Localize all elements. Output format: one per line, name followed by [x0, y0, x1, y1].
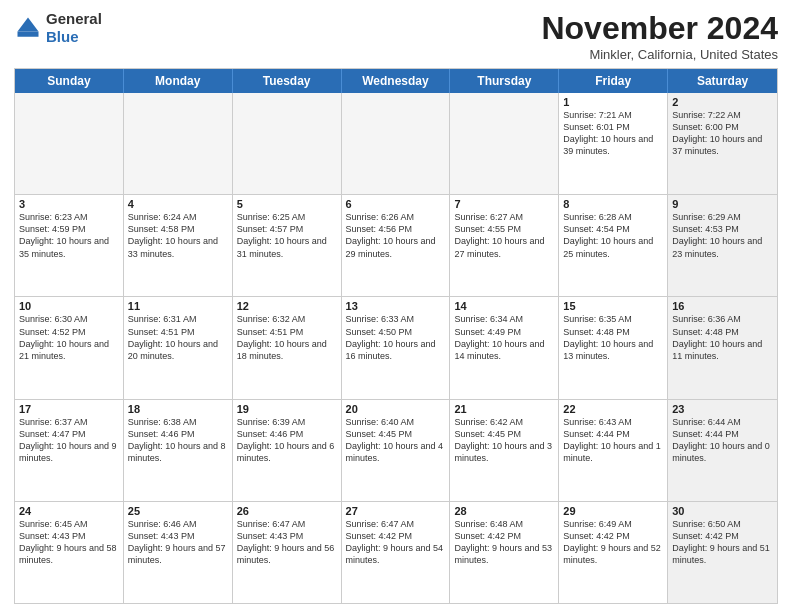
day-number: 20 [346, 403, 446, 415]
calendar-cell: 25Sunrise: 6:46 AM Sunset: 4:43 PM Dayli… [124, 502, 233, 603]
logo-blue: Blue [46, 28, 79, 45]
cell-info: Sunrise: 6:44 AM Sunset: 4:44 PM Dayligh… [672, 416, 773, 465]
month-title: November 2024 [541, 10, 778, 47]
cell-info: Sunrise: 6:36 AM Sunset: 4:48 PM Dayligh… [672, 313, 773, 362]
day-number: 17 [19, 403, 119, 415]
calendar-cell: 5Sunrise: 6:25 AM Sunset: 4:57 PM Daylig… [233, 195, 342, 296]
calendar-body: 1Sunrise: 7:21 AM Sunset: 6:01 PM Daylig… [15, 93, 777, 603]
day-number: 25 [128, 505, 228, 517]
calendar-row: 10Sunrise: 6:30 AM Sunset: 4:52 PM Dayli… [15, 297, 777, 399]
day-number: 15 [563, 300, 663, 312]
cell-info: Sunrise: 6:32 AM Sunset: 4:51 PM Dayligh… [237, 313, 337, 362]
calendar-cell [233, 93, 342, 194]
calendar-cell: 24Sunrise: 6:45 AM Sunset: 4:43 PM Dayli… [15, 502, 124, 603]
cell-info: Sunrise: 6:29 AM Sunset: 4:53 PM Dayligh… [672, 211, 773, 260]
day-number: 22 [563, 403, 663, 415]
day-of-week-header: Monday [124, 69, 233, 93]
day-number: 12 [237, 300, 337, 312]
calendar-cell: 19Sunrise: 6:39 AM Sunset: 4:46 PM Dayli… [233, 400, 342, 501]
calendar-cell: 13Sunrise: 6:33 AM Sunset: 4:50 PM Dayli… [342, 297, 451, 398]
day-number: 8 [563, 198, 663, 210]
day-number: 24 [19, 505, 119, 517]
day-number: 14 [454, 300, 554, 312]
day-number: 7 [454, 198, 554, 210]
header: General Blue November 2024 Minkler, Cali… [14, 10, 778, 62]
day-number: 29 [563, 505, 663, 517]
cell-info: Sunrise: 6:25 AM Sunset: 4:57 PM Dayligh… [237, 211, 337, 260]
day-of-week-header: Tuesday [233, 69, 342, 93]
day-of-week-header: Sunday [15, 69, 124, 93]
day-of-week-header: Friday [559, 69, 668, 93]
day-number: 1 [563, 96, 663, 108]
calendar-cell: 22Sunrise: 6:43 AM Sunset: 4:44 PM Dayli… [559, 400, 668, 501]
calendar-cell: 7Sunrise: 6:27 AM Sunset: 4:55 PM Daylig… [450, 195, 559, 296]
cell-info: Sunrise: 6:40 AM Sunset: 4:45 PM Dayligh… [346, 416, 446, 465]
cell-info: Sunrise: 6:33 AM Sunset: 4:50 PM Dayligh… [346, 313, 446, 362]
calendar-cell [450, 93, 559, 194]
cell-info: Sunrise: 7:21 AM Sunset: 6:01 PM Dayligh… [563, 109, 663, 158]
cell-info: Sunrise: 6:24 AM Sunset: 4:58 PM Dayligh… [128, 211, 228, 260]
logo-icon [14, 14, 42, 42]
cell-info: Sunrise: 6:37 AM Sunset: 4:47 PM Dayligh… [19, 416, 119, 465]
calendar-row: 24Sunrise: 6:45 AM Sunset: 4:43 PM Dayli… [15, 502, 777, 603]
title-block: November 2024 Minkler, California, Unite… [541, 10, 778, 62]
location: Minkler, California, United States [541, 47, 778, 62]
cell-info: Sunrise: 6:23 AM Sunset: 4:59 PM Dayligh… [19, 211, 119, 260]
day-number: 13 [346, 300, 446, 312]
calendar-cell: 9Sunrise: 6:29 AM Sunset: 4:53 PM Daylig… [668, 195, 777, 296]
day-number: 4 [128, 198, 228, 210]
calendar-cell: 21Sunrise: 6:42 AM Sunset: 4:45 PM Dayli… [450, 400, 559, 501]
day-number: 11 [128, 300, 228, 312]
logo-general: General [46, 10, 102, 27]
cell-info: Sunrise: 6:49 AM Sunset: 4:42 PM Dayligh… [563, 518, 663, 567]
cell-info: Sunrise: 7:22 AM Sunset: 6:00 PM Dayligh… [672, 109, 773, 158]
cell-info: Sunrise: 6:42 AM Sunset: 4:45 PM Dayligh… [454, 416, 554, 465]
calendar-cell: 28Sunrise: 6:48 AM Sunset: 4:42 PM Dayli… [450, 502, 559, 603]
calendar-cell: 3Sunrise: 6:23 AM Sunset: 4:59 PM Daylig… [15, 195, 124, 296]
calendar-cell: 26Sunrise: 6:47 AM Sunset: 4:43 PM Dayli… [233, 502, 342, 603]
calendar-cell: 11Sunrise: 6:31 AM Sunset: 4:51 PM Dayli… [124, 297, 233, 398]
cell-info: Sunrise: 6:43 AM Sunset: 4:44 PM Dayligh… [563, 416, 663, 465]
day-number: 6 [346, 198, 446, 210]
page: General Blue November 2024 Minkler, Cali… [0, 0, 792, 612]
calendar-cell: 15Sunrise: 6:35 AM Sunset: 4:48 PM Dayli… [559, 297, 668, 398]
day-number: 9 [672, 198, 773, 210]
day-number: 21 [454, 403, 554, 415]
day-number: 28 [454, 505, 554, 517]
cell-info: Sunrise: 6:50 AM Sunset: 4:42 PM Dayligh… [672, 518, 773, 567]
day-of-week-header: Thursday [450, 69, 559, 93]
calendar-cell: 16Sunrise: 6:36 AM Sunset: 4:48 PM Dayli… [668, 297, 777, 398]
calendar-cell: 2Sunrise: 7:22 AM Sunset: 6:00 PM Daylig… [668, 93, 777, 194]
day-number: 26 [237, 505, 337, 517]
calendar-row: 1Sunrise: 7:21 AM Sunset: 6:01 PM Daylig… [15, 93, 777, 195]
day-of-week-header: Wednesday [342, 69, 451, 93]
day-number: 30 [672, 505, 773, 517]
day-number: 18 [128, 403, 228, 415]
calendar-row: 3Sunrise: 6:23 AM Sunset: 4:59 PM Daylig… [15, 195, 777, 297]
calendar-cell: 6Sunrise: 6:26 AM Sunset: 4:56 PM Daylig… [342, 195, 451, 296]
day-number: 2 [672, 96, 773, 108]
calendar: SundayMondayTuesdayWednesdayThursdayFrid… [14, 68, 778, 604]
cell-info: Sunrise: 6:45 AM Sunset: 4:43 PM Dayligh… [19, 518, 119, 567]
day-of-week-header: Saturday [668, 69, 777, 93]
svg-rect-1 [18, 32, 39, 37]
day-number: 5 [237, 198, 337, 210]
cell-info: Sunrise: 6:26 AM Sunset: 4:56 PM Dayligh… [346, 211, 446, 260]
cell-info: Sunrise: 6:38 AM Sunset: 4:46 PM Dayligh… [128, 416, 228, 465]
calendar-cell: 18Sunrise: 6:38 AM Sunset: 4:46 PM Dayli… [124, 400, 233, 501]
cell-info: Sunrise: 6:27 AM Sunset: 4:55 PM Dayligh… [454, 211, 554, 260]
logo-text: General Blue [46, 10, 102, 46]
calendar-cell: 4Sunrise: 6:24 AM Sunset: 4:58 PM Daylig… [124, 195, 233, 296]
day-number: 16 [672, 300, 773, 312]
calendar-cell: 10Sunrise: 6:30 AM Sunset: 4:52 PM Dayli… [15, 297, 124, 398]
calendar-cell: 27Sunrise: 6:47 AM Sunset: 4:42 PM Dayli… [342, 502, 451, 603]
cell-info: Sunrise: 6:34 AM Sunset: 4:49 PM Dayligh… [454, 313, 554, 362]
calendar-cell: 1Sunrise: 7:21 AM Sunset: 6:01 PM Daylig… [559, 93, 668, 194]
calendar-cell: 23Sunrise: 6:44 AM Sunset: 4:44 PM Dayli… [668, 400, 777, 501]
day-number: 27 [346, 505, 446, 517]
cell-info: Sunrise: 6:39 AM Sunset: 4:46 PM Dayligh… [237, 416, 337, 465]
calendar-cell: 30Sunrise: 6:50 AM Sunset: 4:42 PM Dayli… [668, 502, 777, 603]
cell-info: Sunrise: 6:47 AM Sunset: 4:43 PM Dayligh… [237, 518, 337, 567]
calendar-cell [15, 93, 124, 194]
cell-info: Sunrise: 6:30 AM Sunset: 4:52 PM Dayligh… [19, 313, 119, 362]
